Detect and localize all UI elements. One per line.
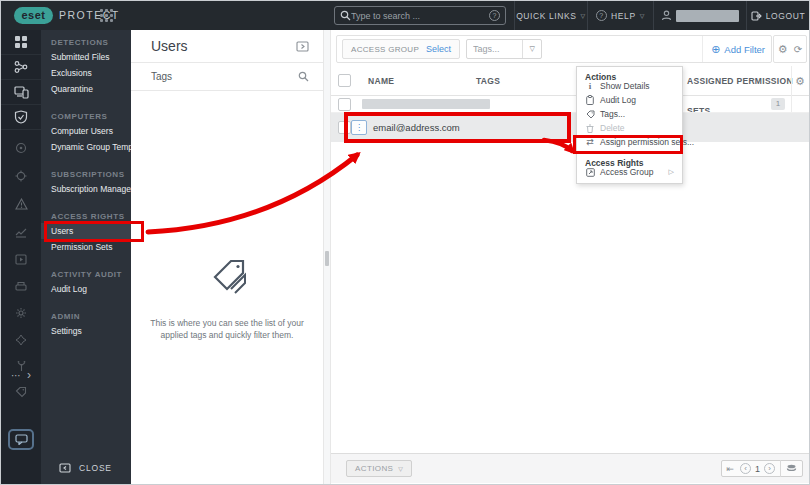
actions-button[interactable]: ACTIONS ▽	[346, 460, 412, 477]
redacted-name	[362, 99, 490, 109]
sidebar-item-audit-log[interactable]: Audit Log	[41, 281, 131, 297]
close-label: CLOSE	[79, 463, 112, 473]
previous-page-button[interactable]: ‹	[740, 463, 751, 474]
search-input[interactable]	[351, 11, 489, 21]
menu-item-label: Tags...	[600, 109, 625, 119]
tags-filter-input[interactable]	[467, 44, 517, 54]
chevron-down-icon: ▽	[640, 12, 645, 19]
installers-icon[interactable]	[1, 249, 41, 269]
add-filter-icon: ⊕	[711, 43, 720, 56]
sidebar-item-settings[interactable]: Settings	[41, 323, 131, 339]
settings-gear-icon[interactable]	[1, 303, 41, 323]
collapse-sidebar-button[interactable]: CLOSE	[41, 463, 131, 473]
access-group-select-link[interactable]: Select	[426, 44, 451, 54]
tasks-icon[interactable]	[1, 166, 41, 186]
actions-label: ACTIONS	[355, 464, 393, 473]
dashboard-icon[interactable]	[1, 30, 41, 55]
permission-sets-count-badge: 1	[771, 98, 785, 110]
sidebar-item-submitted-files[interactable]: Submitted Files	[41, 49, 131, 65]
divider-handle[interactable]	[325, 251, 329, 266]
column-header-name[interactable]: NAME	[368, 66, 394, 96]
nav-section-admin: ADMIN	[41, 310, 131, 323]
nav-section-activity-audit: ACTIVITY AUDIT	[41, 268, 131, 281]
status-overview-icon[interactable]	[1, 222, 41, 242]
quick-links-label: QUICK LINKS	[516, 11, 576, 21]
pagination: ⇤ ‹ 1 ›	[721, 460, 803, 477]
notifications-icon[interactable]	[1, 194, 41, 214]
select-all-checkbox[interactable]	[338, 74, 351, 87]
deployment-icon[interactable]	[1, 330, 41, 350]
menu-item-label: Show Details	[600, 81, 650, 91]
sidebar-item-quarantine[interactable]: Quarantine	[41, 81, 131, 97]
first-page-button[interactable]: ⇤	[722, 464, 738, 474]
filter-toolbar: ACCESS GROUP Select ▽ ⊕ Add Filter	[336, 35, 772, 63]
rail-expand-row[interactable]: ⋯ ›	[1, 368, 41, 382]
toolbar-separator	[702, 36, 703, 62]
topbar: eset PROTECT ? QUICK LINKS ▽ ? HELP ▽	[1, 1, 810, 30]
help-icon: ?	[596, 10, 607, 21]
menu-item-access-group[interactable]: Access Group ▷	[577, 165, 682, 179]
column-header-tags[interactable]: TAGS	[476, 66, 500, 96]
context-menu-group-access-rights: Access Rights	[577, 153, 682, 165]
filter-presets-gear-icon[interactable]: ⚙	[778, 43, 788, 56]
submenu-caret-icon: ▷	[669, 168, 674, 176]
user-name-redacted	[676, 10, 739, 22]
current-page-number: 1	[753, 464, 762, 474]
collapse-panel-icon[interactable]	[296, 41, 309, 52]
sidebar-item-dynamic-group-templates[interactable]: Dynamic Group Templates	[41, 139, 131, 155]
more-icon: ⋯	[11, 370, 22, 381]
add-filter-label: Add Filter	[724, 44, 765, 55]
table-row[interactable]: 1	[331, 96, 810, 113]
menu-item-show-details[interactable]: i Show Details	[577, 79, 682, 93]
tags-filter-row[interactable]: Tags	[131, 63, 323, 91]
access-group-icon	[585, 168, 595, 177]
menu-item-delete: Delete	[577, 121, 682, 135]
logout-icon	[751, 11, 762, 21]
trash-icon	[585, 124, 595, 133]
threats-shield-icon[interactable]	[1, 105, 41, 130]
annotation-box-assign-permission-sets	[573, 135, 683, 154]
expand-sidebar-icon: ›	[27, 368, 31, 382]
global-search[interactable]: ?	[334, 6, 506, 25]
hardware-icon[interactable]	[1, 276, 41, 296]
help-menu[interactable]: ? HELP ▽	[587, 1, 653, 30]
menu-item-label: Audit Log	[600, 95, 636, 105]
panel-divider[interactable]	[323, 30, 331, 485]
info-icon: i	[585, 81, 595, 91]
quick-links-menu[interactable]: QUICK LINKS ▽	[514, 1, 587, 30]
sidebar-item-subscription-management[interactable]: Subscription Management	[41, 181, 131, 197]
network-icon[interactable]	[1, 55, 41, 80]
user-menu[interactable]	[653, 1, 746, 30]
column-settings-gear-icon[interactable]: ⚙	[795, 66, 805, 96]
tags-filter-dropdown[interactable]: ▽	[466, 39, 542, 59]
sidebar-nav: DETECTIONS Submitted Files Exclusions Qu…	[41, 30, 131, 485]
logout-label: LOGOUT	[766, 11, 806, 21]
menu-item-tags[interactable]: Tags...	[577, 107, 682, 121]
items-per-page-button[interactable]	[780, 460, 802, 477]
tags-section-label: Tags	[151, 71, 172, 82]
reports-icon[interactable]	[1, 138, 41, 158]
sidebar-item-computer-users[interactable]: Computer Users	[41, 123, 131, 139]
sidebar-item-exclusions[interactable]: Exclusions	[41, 65, 131, 81]
feedback-chat-button[interactable]	[8, 429, 34, 450]
chevron-down-icon[interactable]: ▽	[523, 45, 541, 53]
tags-rail-icon[interactable]	[1, 382, 41, 402]
annotation-box-email-row	[344, 112, 571, 143]
nav-section-detections: DETECTIONS	[41, 36, 131, 49]
computers-icon[interactable]	[1, 80, 41, 105]
logout-button[interactable]: LOGOUT	[746, 1, 809, 30]
app-grid-icon[interactable]	[100, 9, 113, 22]
row-checkbox[interactable]	[338, 98, 351, 111]
annotation-box-users	[44, 221, 144, 242]
user-icon	[661, 10, 672, 21]
search-help-icon[interactable]: ?	[489, 10, 500, 21]
access-group-filter[interactable]: ACCESS GROUP Select	[342, 39, 460, 59]
add-filter-button[interactable]: ⊕ Add Filter	[711, 43, 765, 56]
eset-logo: eset	[14, 7, 53, 24]
refresh-icon[interactable]: ⟳	[794, 44, 802, 55]
menu-item-audit-log[interactable]: Audit Log	[577, 93, 682, 107]
tags-search-icon[interactable]	[298, 71, 309, 82]
next-page-button[interactable]: ›	[764, 463, 775, 474]
collapse-icon	[59, 463, 71, 473]
tags-empty-icon	[201, 255, 253, 303]
